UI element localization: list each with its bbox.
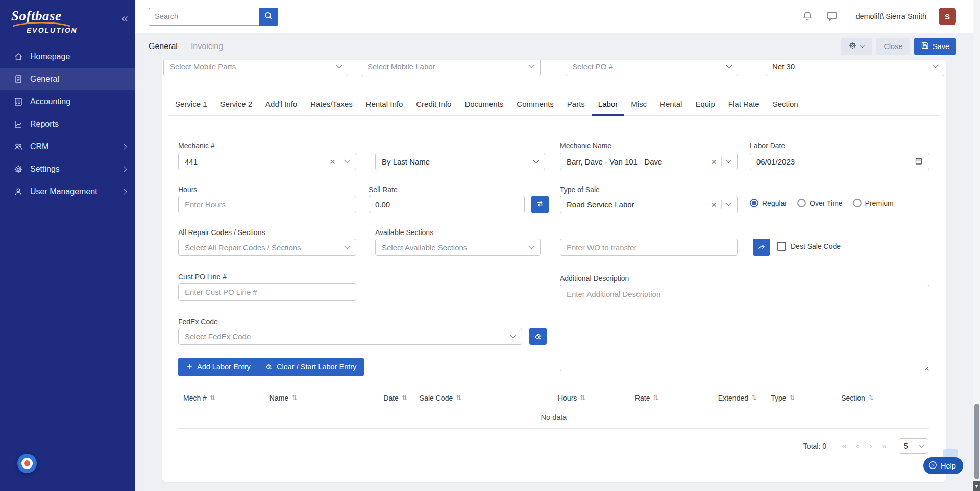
sort-icon[interactable] [291, 394, 297, 402]
tab-credit-info[interactable]: Credit Info [409, 93, 458, 116]
search-button[interactable] [259, 8, 278, 26]
terms-select[interactable]: Net 30 [766, 60, 944, 76]
chevron-down-icon[interactable] [725, 200, 732, 206]
sidebar-item-accounting[interactable]: Accounting [0, 90, 135, 113]
column-header-section[interactable]: Section [841, 394, 929, 402]
column-header-sale-code[interactable]: Sale Code [420, 394, 558, 402]
clear-x-icon[interactable] [711, 157, 717, 167]
type-of-sale-combobox[interactable]: Road Service Labor [560, 196, 738, 213]
scrollbar-down-arrow-icon[interactable] [973, 481, 980, 491]
cust-po-line-input[interactable] [178, 283, 356, 301]
save-button[interactable]: Save [914, 38, 956, 55]
sort-icon[interactable] [210, 394, 215, 402]
notifications-bell-icon[interactable] [801, 10, 814, 22]
tab-service-1[interactable]: Service 1 [168, 93, 214, 116]
transfer-wo-button[interactable] [753, 239, 770, 256]
tab-misc[interactable]: Misc [624, 93, 653, 116]
sidebar-item-user-management[interactable]: User Management [0, 180, 135, 203]
po-number-select[interactable]: Select PO # [566, 60, 738, 76]
tab-service-2[interactable]: Service 2 [214, 93, 259, 116]
chevron-down-icon[interactable] [725, 157, 732, 163]
mobile-labor-select[interactable]: Select Mobile Labor [361, 60, 541, 76]
dest-sale-code-checkbox[interactable]: Dest Sale Code [777, 242, 841, 251]
tab-documents[interactable]: Documents [458, 93, 510, 116]
sort-icon[interactable] [653, 394, 659, 402]
vertical-scrollbar[interactable] [973, 0, 980, 491]
tab-comments[interactable]: Comments [510, 93, 560, 116]
pagination-prev-icon[interactable] [851, 439, 864, 453]
main-area: demolift\ Sierra Smith S General Invoici… [135, 0, 980, 491]
hours-input[interactable] [178, 196, 356, 213]
tab-labor[interactable]: Labor [592, 93, 624, 116]
tab-addl-info[interactable]: Add'l Info [259, 93, 304, 116]
chevron-down-icon [919, 442, 924, 448]
sort-icon[interactable] [789, 394, 795, 402]
tab-section[interactable]: Section [766, 93, 805, 116]
fedex-code-select[interactable]: Select FedEx Code [178, 328, 522, 345]
clear-x-icon[interactable] [330, 157, 335, 167]
logo: Softbase EVOLUTION [11, 8, 78, 34]
chevron-down-icon[interactable] [344, 157, 351, 163]
tab-general[interactable]: General [149, 42, 178, 51]
search-input[interactable] [149, 8, 259, 26]
column-header-extended[interactable]: Extended [718, 394, 771, 402]
mobile-parts-select[interactable]: Select Mobile Parts [163, 60, 348, 76]
sort-icon[interactable] [751, 394, 757, 402]
tab-flat-rate[interactable]: Flat Rate [722, 93, 766, 116]
column-header-name[interactable]: Name [270, 394, 383, 402]
add-labor-entry-button[interactable]: Add Labor Entry [178, 358, 258, 376]
column-header-rate[interactable]: Rate [635, 394, 718, 402]
sidebar-collapse-icon[interactable] [121, 12, 128, 25]
sidebar-item-settings[interactable]: Settings [0, 158, 135, 180]
sell-rate-input[interactable] [369, 196, 525, 213]
additional-description-textarea[interactable] [560, 285, 929, 371]
tab-invoicing[interactable]: Invoicing [191, 42, 223, 51]
messages-icon[interactable] [826, 10, 838, 22]
refresh-rate-button[interactable] [531, 196, 549, 213]
column-header-hours[interactable]: Hours [558, 394, 635, 402]
sidebar-item-homepage[interactable]: Homepage [0, 45, 135, 68]
sidebar-item-general[interactable]: General [0, 68, 135, 90]
mechanic-number-combobox[interactable]: 441 [178, 153, 356, 170]
sort-icon[interactable] [402, 394, 407, 402]
sidebar-item-crm[interactable]: CRM [0, 135, 135, 158]
radio-regular[interactable]: Regular [750, 199, 787, 207]
sort-icon[interactable] [580, 394, 585, 402]
tab-parts[interactable]: Parts [560, 93, 592, 116]
name-sort-select[interactable]: By Last Name [375, 153, 545, 170]
column-header-mech[interactable]: Mech # [183, 394, 270, 402]
all-repair-codes-select[interactable]: Select All Repair Codes / Sections [178, 239, 356, 256]
pagination-first-icon[interactable] [838, 439, 851, 453]
column-header-type[interactable]: Type [771, 394, 841, 402]
tab-equip[interactable]: Equip [689, 93, 721, 116]
tab-rental-info[interactable]: Rental Info [359, 93, 410, 116]
save-floppy-icon [921, 41, 929, 51]
pagination-last-icon[interactable] [877, 439, 891, 453]
radio-premium[interactable]: Premium [853, 199, 894, 207]
all-repair-codes-label: All Repair Codes / Sections [178, 228, 265, 237]
sort-icon[interactable] [456, 394, 461, 402]
scrollbar-thumb[interactable] [974, 404, 979, 479]
tab-rental[interactable]: Rental [653, 93, 689, 116]
pagination-next-icon[interactable] [864, 439, 877, 453]
calendar-icon[interactable] [915, 157, 923, 167]
avatar[interactable]: S [939, 8, 956, 25]
chat-widget-button[interactable] [17, 454, 37, 473]
help-button[interactable]: ? Help [923, 457, 963, 474]
column-header-date[interactable]: Date [383, 394, 420, 402]
clear-x-icon[interactable] [711, 200, 717, 209]
tab-rates-taxes[interactable]: Rates/Taxes [304, 93, 359, 116]
available-sections-select[interactable]: Select Available Sections [375, 239, 541, 256]
page-size-select[interactable]: 5 [899, 438, 928, 454]
labor-date-input[interactable]: 06/01/2023 [750, 153, 929, 170]
mechanic-name-combobox[interactable]: Barr, Dave - Van 101 - Dave [560, 153, 738, 170]
close-button[interactable]: Close [876, 38, 910, 55]
settings-dropdown-button[interactable] [841, 38, 872, 55]
wo-transfer-input[interactable] [560, 239, 738, 256]
sidebar-item-reports[interactable]: Reports [0, 113, 135, 135]
radio-over-time[interactable]: Over Time [797, 199, 843, 207]
clear-fedex-button[interactable] [529, 328, 547, 345]
clear-start-labor-entry-button[interactable]: Clear / Start Labor Entry [257, 358, 364, 376]
sort-icon[interactable] [868, 394, 874, 402]
eraser-icon [534, 332, 542, 341]
